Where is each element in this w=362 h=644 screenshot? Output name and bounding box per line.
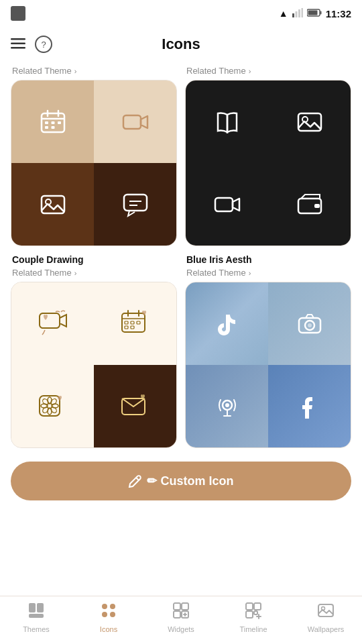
svg-marker-33 <box>60 315 66 327</box>
themes-icon <box>27 602 45 623</box>
svg-rect-8 <box>11 42 25 44</box>
svg-rect-77 <box>246 611 253 618</box>
sketch-cell-video <box>11 282 94 365</box>
svg-rect-69 <box>174 603 180 610</box>
svg-rect-34 <box>122 313 145 332</box>
svg-rect-64 <box>29 614 44 618</box>
clock: 11:32 <box>326 8 351 19</box>
svg-rect-1 <box>295 11 297 17</box>
status-right: ▲ 11:32 <box>279 8 351 19</box>
svg-rect-71 <box>174 611 180 618</box>
blue-icon-card[interactable] <box>185 282 351 448</box>
sketch-cell-calendar <box>94 282 176 365</box>
svg-rect-21 <box>42 196 64 213</box>
nav-item-wallpapers[interactable]: Wallpapers <box>290 602 362 633</box>
svg-rect-28 <box>215 198 233 211</box>
page-title: Icons <box>162 36 200 53</box>
widgets-icon <box>172 602 190 623</box>
blue-icon-grid <box>186 282 351 447</box>
svg-rect-2 <box>298 9 300 17</box>
nav-label-widgets: Widgets <box>168 625 194 633</box>
timeline-icon <box>245 602 262 623</box>
svg-rect-41 <box>125 326 128 329</box>
black-icon-card[interactable] <box>185 80 351 246</box>
svg-rect-75 <box>246 603 253 610</box>
themes-grid: Related Theme › <box>11 66 351 456</box>
brown-cell-photo <box>11 163 94 246</box>
nav-label-themes: Themes <box>23 625 50 633</box>
svg-rect-39 <box>131 321 134 324</box>
theme-section-brown: Related Theme › <box>11 66 177 246</box>
svg-rect-62 <box>29 603 36 612</box>
battery-icon <box>307 8 322 19</box>
related-theme-label-row-4[interactable]: Related Theme › <box>185 268 351 278</box>
blue-cell-tiktok <box>186 282 268 365</box>
status-left <box>11 6 25 21</box>
svg-rect-78 <box>254 611 257 614</box>
black-cell-book <box>186 80 268 163</box>
brown-icon-card[interactable] <box>11 80 177 246</box>
blue-cell-podcast <box>186 365 268 447</box>
svg-rect-9 <box>11 47 25 49</box>
nav-item-timeline[interactable]: Timeline <box>217 602 290 633</box>
sketch-icon-grid <box>11 282 176 447</box>
svg-rect-5 <box>320 11 321 15</box>
black-cell-wallet <box>268 163 351 246</box>
brown-cell-message <box>94 163 176 246</box>
svg-rect-0 <box>292 13 294 17</box>
related-theme-label-row-1[interactable]: Related Theme › <box>11 66 177 76</box>
blue-cell-camera <box>268 282 351 365</box>
wallpapers-icon <box>317 602 335 623</box>
svg-rect-6 <box>308 11 317 15</box>
icons-icon <box>100 602 117 623</box>
blue-cell-facebook <box>268 365 351 447</box>
theme-section-sketch: Couple Drawing Related Theme › <box>11 254 177 448</box>
svg-rect-17 <box>45 126 48 129</box>
brown-cell-calendar <box>11 80 94 163</box>
brown-icon-grid <box>11 80 176 246</box>
nav-label-icons: Icons <box>100 625 117 633</box>
status-square-icon <box>11 6 25 21</box>
brown-cell-video <box>94 80 176 163</box>
svg-rect-18 <box>51 126 54 129</box>
related-theme-label-row-2[interactable]: Related Theme › <box>185 66 351 76</box>
nav-label-wallpapers: Wallpapers <box>308 625 345 633</box>
svg-rect-16 <box>58 121 61 124</box>
couple-drawing-name: Couple Drawing <box>11 254 177 265</box>
svg-rect-3 <box>301 8 303 17</box>
svg-rect-19 <box>123 115 141 129</box>
related-theme-label-1: Related Theme <box>12 66 72 76</box>
svg-rect-81 <box>318 604 333 616</box>
menu-icon[interactable] <box>11 37 25 52</box>
related-theme-label-3: Related Theme <box>12 268 72 278</box>
svg-rect-31 <box>314 204 320 208</box>
custom-icon-label: ✏ Custom Icon <box>147 474 233 488</box>
svg-rect-14 <box>45 121 48 124</box>
related-theme-chevron-4: › <box>249 269 251 277</box>
nav-item-widgets[interactable]: Widgets <box>145 602 217 633</box>
sketch-cell-mail <box>94 365 176 447</box>
svg-rect-43 <box>40 396 60 416</box>
svg-marker-29 <box>233 199 239 211</box>
nav-item-themes[interactable]: Themes <box>0 602 72 633</box>
svg-marker-20 <box>141 116 147 128</box>
help-icon[interactable]: ? <box>35 36 52 53</box>
svg-line-61 <box>136 478 139 480</box>
black-cell-photo <box>268 80 351 163</box>
nav-item-icons[interactable]: Icons <box>72 602 145 633</box>
svg-point-66 <box>110 604 115 609</box>
bottom-nav: Themes Icons Widgets Timeline Wallpapers <box>0 596 362 644</box>
svg-rect-38 <box>125 321 128 324</box>
signal-icon <box>292 8 303 19</box>
theme-section-black: Related Theme › <box>185 66 351 246</box>
custom-icon-button[interactable]: ✏ Custom Icon <box>11 462 351 500</box>
svg-rect-42 <box>131 326 134 329</box>
sketch-cell-flower <box>11 365 94 447</box>
nav-label-timeline: Timeline <box>239 625 267 633</box>
svg-point-51 <box>49 397 57 405</box>
svg-point-65 <box>102 604 107 609</box>
related-theme-label-row-3[interactable]: Related Theme › <box>11 268 177 278</box>
svg-rect-63 <box>37 603 44 612</box>
sketch-icon-card[interactable] <box>11 282 177 448</box>
related-theme-chevron-3: › <box>74 269 77 277</box>
